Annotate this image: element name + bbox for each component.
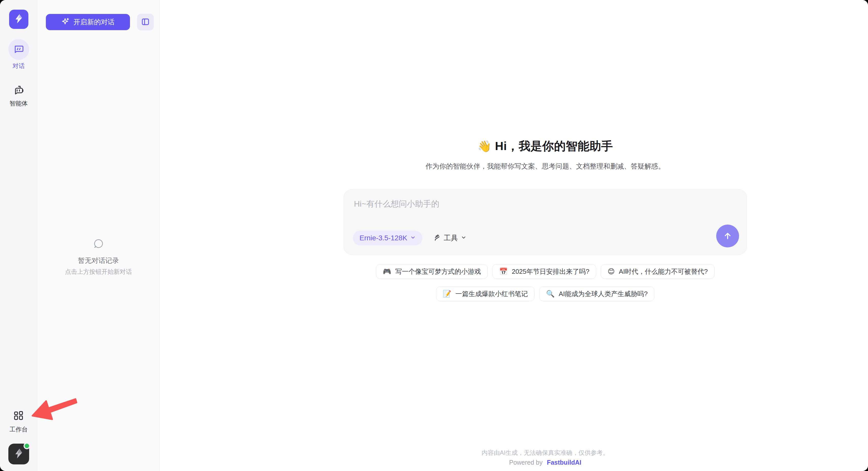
lightning-bolt-icon: [13, 13, 24, 25]
sidebar-item-chat[interactable]: 对话: [8, 39, 29, 70]
online-status-dot: [24, 443, 30, 449]
suggestion-text: 2025年节日安排出来了吗?: [512, 267, 589, 276]
suggestion-chip[interactable]: 🎮 写一个像宝可梦方式的小游戏: [376, 264, 488, 279]
smiley-emoji: 😊: [608, 267, 615, 275]
model-selector[interactable]: Ernie-3.5-128K: [353, 231, 422, 245]
robot-icon: [8, 84, 29, 97]
page-title: Hi，我是你的智能助手: [495, 139, 613, 154]
ai-disclaimer: 内容由AI生成，无法确保真实准确，仅供参考。: [344, 449, 747, 457]
model-label: Ernie-3.5-128K: [360, 234, 407, 242]
suggestion-text: 写一个像宝可梦方式的小游戏: [395, 267, 481, 276]
chat-bubble-outline-icon: [92, 238, 105, 252]
layers-icon: [433, 233, 441, 243]
game-controller-emoji: 🎮: [383, 267, 392, 275]
new-chat-button[interactable]: 开启新的对话: [46, 14, 130, 30]
lightning-bolt-icon: [13, 448, 25, 460]
chat-bubble-icon: [8, 39, 29, 60]
suggestion-chip[interactable]: 📝 一篇生成爆款小红书笔记: [436, 287, 535, 301]
main-content: 👋 Hi，我是你的智能助手 作为你的智能伙伴，我能帮你写文案、思考问题、文档整理…: [160, 0, 868, 471]
chevron-down-icon: [410, 234, 416, 242]
suggestion-chip[interactable]: 😊 AI时代，什么能力不可被替代?: [601, 264, 714, 279]
content-column: 👋 Hi，我是你的智能助手 作为你的智能伙伴，我能帮你写文案、思考问题、文档整理…: [344, 0, 747, 471]
suggestion-chip[interactable]: 📅 2025年节日安排出来了吗?: [492, 264, 596, 279]
suggestion-row-1: 🎮 写一个像宝可梦方式的小游戏 📅 2025年节日安排出来了吗? 😊 AI时代，…: [344, 264, 747, 279]
sidebar-item-agent[interactable]: 智能体: [8, 84, 29, 108]
sidebar-item-workbench[interactable]: 工作台: [10, 410, 28, 434]
tools-label: 工具: [444, 233, 458, 243]
calendar-emoji: 📅: [499, 267, 508, 275]
conversation-panel: 开启新的对话 暂无对话记录 点击上方按钮开始新对话: [38, 0, 159, 471]
panel-header: 开启新的对话: [38, 0, 159, 30]
message-input[interactable]: [354, 199, 737, 226]
page-subtitle: 作为你的智能伙伴，我能帮你写文案、思考问题、文档整理和删减、答疑解惑。: [344, 162, 747, 171]
wave-emoji: 👋: [477, 140, 492, 153]
user-avatar[interactable]: [8, 444, 29, 464]
powered-by-label: Powered by: [509, 459, 542, 466]
panel-left-icon: [141, 17, 150, 27]
send-button[interactable]: [716, 225, 739, 247]
empty-conversations: 暂无对话记录 点击上方按钮开始新对话: [38, 238, 159, 276]
tools-button[interactable]: 工具: [433, 231, 466, 245]
hero-title: 👋 Hi，我是你的智能助手: [344, 139, 747, 154]
memo-emoji: 📝: [443, 290, 452, 298]
sidebar-item-label: 智能体: [10, 99, 28, 108]
dashboard-grid-icon: [13, 410, 24, 422]
suggestion-text: AI能成为全球人类产生威胁吗?: [559, 290, 648, 298]
composer-toolbar: Ernie-3.5-128K: [353, 231, 466, 245]
sparkle-icon: [61, 17, 70, 27]
suggestion-text: AI时代，什么能力不可被替代?: [619, 267, 708, 276]
empty-title: 暂无对话记录: [78, 256, 119, 265]
icon-rail: 对话 智能体: [0, 0, 37, 471]
suggestion-chip[interactable]: 🔍 AI能成为全球人类产生威胁吗?: [539, 287, 654, 301]
chevron-down-icon: [461, 234, 466, 242]
powered-by: Powered by FastbuildAI: [344, 459, 747, 466]
app-logo[interactable]: [9, 10, 28, 29]
brand-link[interactable]: FastbuildAI: [547, 459, 581, 466]
magnifier-emoji: 🔍: [546, 290, 555, 298]
new-chat-label: 开启新的对话: [73, 18, 115, 27]
app-window: 对话 智能体: [0, 0, 868, 471]
suggestion-text: 一篇生成爆款小红书笔记: [455, 290, 528, 298]
arrow-up-icon: [722, 230, 734, 242]
sidebar-item-label: 工作台: [10, 425, 28, 434]
suggestion-row-2: 📝 一篇生成爆款小红书笔记 🔍 AI能成为全球人类产生威胁吗?: [344, 287, 747, 301]
collapse-sidebar-button[interactable]: [137, 14, 154, 30]
sidebar-item-label: 对话: [13, 62, 25, 70]
empty-hint: 点击上方按钮开始新对话: [65, 268, 132, 276]
composer: Ernie-3.5-128K: [344, 189, 747, 255]
